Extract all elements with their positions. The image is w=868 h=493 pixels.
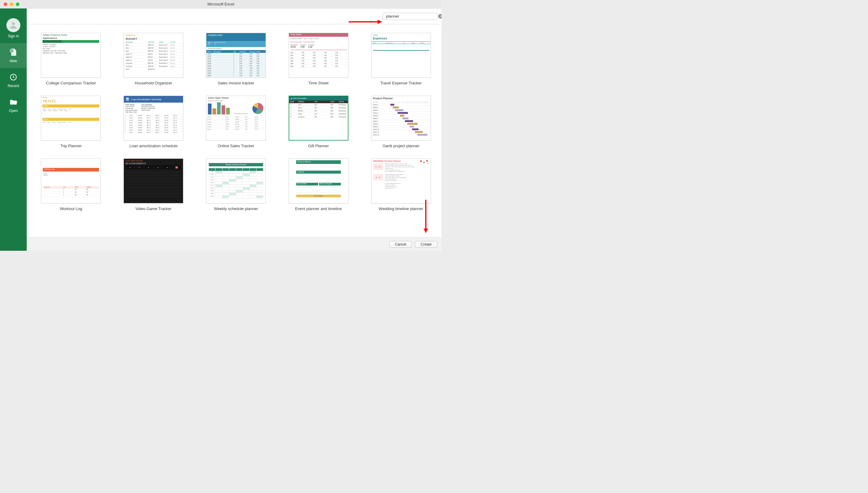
sidebar-signin[interactable]: Sign in (0, 14, 27, 43)
svg-point-14 (423, 162, 425, 163)
template-thumbnail: Weekly Schedule Planner 7:008:009:0010:0… (206, 158, 266, 203)
template-card[interactable]: WEDDING Timeline Planner 9 - 12 • Arrang… (369, 158, 433, 211)
template-thumbnail: VIDEO GAME TRACKER MY ACHIEVEMENTS ■■■■■… (124, 158, 183, 203)
template-label: Travel Expense Tracker (380, 81, 422, 85)
template-card[interactable]: College Comparison Tracker Applications … (39, 33, 103, 85)
template-thumbnail: Time Sheet Employee Details Name Email P… (289, 33, 349, 78)
template-label: Event planner and timeline (295, 207, 342, 211)
template-label: Time Sheet (308, 81, 328, 85)
template-label: Gift Planner (308, 144, 329, 148)
svg-point-13 (420, 160, 422, 162)
sidebar: Sign in New Recent Open (0, 8, 27, 251)
template-label: Wedding timeline planner (379, 207, 423, 211)
svg-rect-7 (126, 99, 127, 100)
template-thumbnail: WEDDING Timeline Planner 9 - 12 • Arrang… (371, 158, 431, 203)
svg-rect-8 (127, 99, 127, 100)
template-label: Online Sales Tracker (218, 144, 254, 148)
folder-icon (8, 97, 18, 107)
template-label: Loan amortization schedule (129, 144, 178, 148)
template-thumbnail: My Trip TRAVEL Depart DateTimeAirlineFli… (41, 95, 101, 141)
footer: Cancel Create (27, 237, 442, 251)
template-label: Video Game Tracker (135, 207, 172, 211)
sidebar-item-recent[interactable]: Recent (0, 68, 27, 93)
search-row: ✕ (27, 8, 442, 24)
avatar-icon (6, 18, 20, 32)
close-window-button[interactable] (4, 2, 7, 6)
sidebar-item-open[interactable]: Open (0, 93, 27, 118)
svg-rect-11 (126, 101, 129, 101)
sidebar-label: New (10, 59, 17, 63)
main-area: ✕ College Comparison Tracker Application… (27, 8, 442, 251)
template-label: Gantt project planner (382, 144, 419, 148)
svg-point-15 (426, 160, 428, 162)
sidebar-item-new[interactable]: New (0, 43, 27, 68)
template-thumbnail: company name AddressCityPhone 432-555-01… (206, 33, 266, 78)
zoom-window-button[interactable] (16, 2, 19, 6)
template-card[interactable]: HOUSEHOLD BUDGET EXPENSEAMOUNTNAMENOTES … (121, 33, 186, 85)
template-thumbnail: Workout Log Date8/3/18 ExerciseSetRepsWe… (41, 158, 101, 203)
template-card[interactable]: Workout Log Date8/3/18 ExerciseSetRepsWe… (39, 158, 103, 211)
svg-marker-4 (378, 20, 382, 24)
minimize-window-button[interactable] (10, 2, 13, 6)
create-button[interactable]: Create (415, 241, 437, 248)
template-card[interactable]: ✤ Event Planner ✿ Agenda Event Checklist… (286, 158, 351, 211)
template-chooser-window: Microsoft Excel Sign in New Recent (0, 0, 442, 251)
template-thumbnail: Travel Expenses DateDescriptionAirHotelM… (371, 33, 431, 78)
template-thumbnail: ✤ GIFT PLANNER DONEPERSONGIFTCOSTSTATUS … (289, 95, 349, 141)
svg-point-0 (12, 22, 15, 25)
template-gallery[interactable]: College Comparison Tracker Applications … (27, 24, 442, 237)
svg-rect-10 (128, 99, 129, 100)
template-label: Sales invoice tracker (218, 81, 254, 85)
template-card[interactable]: Project Planner ACTIVITY1234567891011121… (369, 95, 433, 148)
template-card[interactable]: VIDEO GAME TRACKER MY ACHIEVEMENTS ■■■■■… (121, 158, 186, 211)
template-label: Weekly schedule planner (214, 207, 258, 211)
sidebar-label: Sign in (8, 34, 19, 38)
titlebar: Microsoft Excel (0, 0, 442, 8)
new-file-icon (8, 47, 18, 57)
annotation-arrow-icon (349, 19, 382, 24)
template-card[interactable]: Loan Amortization Schedule Enter ValuesL… (121, 95, 186, 148)
search-box[interactable]: ✕ (383, 13, 437, 20)
template-thumbnail: ✤ Event Planner ✿ Agenda Event Checklist… (289, 158, 349, 203)
recent-icon (8, 72, 18, 82)
svg-point-16 (428, 163, 429, 164)
template-card[interactable]: My Trip TRAVEL Depart DateTimeAirlineFli… (39, 95, 103, 148)
template-card[interactable]: company name AddressCityPhone 432-555-01… (204, 33, 268, 85)
template-card[interactable]: Online Sales Tracker Product Profit Per … (204, 95, 268, 148)
template-label: Workout Log (60, 207, 82, 211)
template-card[interactable]: Time Sheet Employee Details Name Email P… (286, 33, 351, 85)
template-thumbnail: HOUSEHOLD BUDGET EXPENSEAMOUNTNAMENOTES … (124, 33, 183, 78)
template-thumbnail: Loan Amortization Schedule Enter ValuesL… (124, 95, 183, 141)
traffic-lights (0, 2, 19, 6)
sidebar-label: Open (9, 109, 18, 113)
search-input[interactable] (386, 14, 437, 19)
template-card[interactable]: ✤ GIFT PLANNER DONEPERSONGIFTCOSTSTATUS … (286, 95, 351, 148)
template-card[interactable]: Weekly Schedule Planner 7:008:009:0010:0… (204, 158, 268, 211)
template-label: Trip Planner (60, 144, 82, 148)
template-label: College Comparison Tracker (46, 81, 96, 85)
template-label: Household Organizer (135, 81, 172, 85)
cancel-button[interactable]: Cancel (390, 241, 412, 248)
template-thumbnail: College Comparison Tracker Applications … (41, 33, 101, 78)
template-card[interactable]: Travel Expenses DateDescriptionAirHotelM… (369, 33, 433, 85)
template-thumbnail: Project Planner ACTIVITY1234567891011121… (371, 95, 431, 141)
clear-search-button[interactable]: ✕ (438, 14, 442, 19)
window-title: Microsoft Excel (0, 2, 442, 6)
template-thumbnail: Online Sales Tracker Product Profit Per … (206, 95, 266, 141)
sidebar-label: Recent (7, 84, 19, 88)
